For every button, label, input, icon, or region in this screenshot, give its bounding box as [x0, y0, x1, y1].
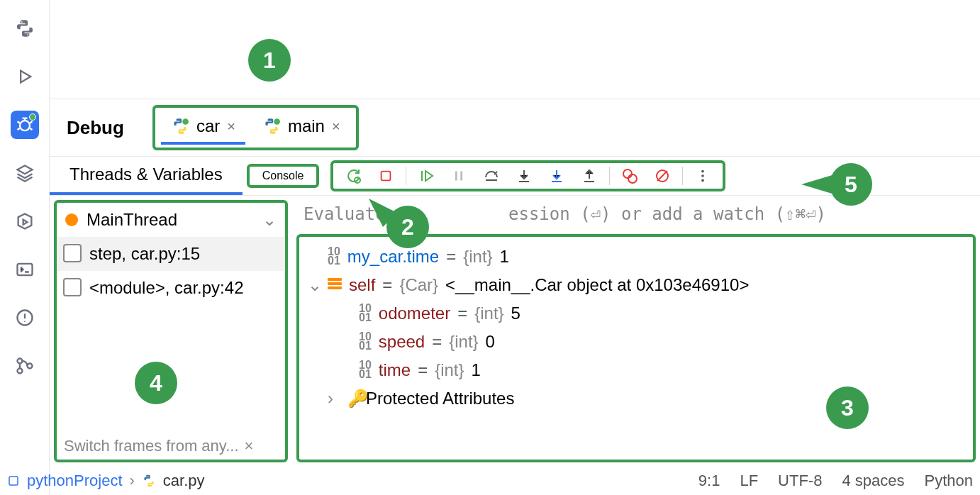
module-icon [7, 474, 20, 487]
callout-3: 3 [826, 386, 869, 429]
status-bar: pythonProject › car.py 9:1 LF UTF-8 4 sp… [0, 467, 980, 495]
chevron-right-icon[interactable]: › [328, 389, 340, 408]
step-into-my-code-button[interactable] [541, 162, 572, 189]
debug-title: Debug [67, 117, 124, 139]
object-icon [328, 278, 342, 292]
step-into-button[interactable] [508, 162, 540, 189]
svg-point-7 [274, 118, 280, 125]
svg-point-4 [17, 369, 22, 374]
thread-selector[interactable]: MainThread ⌄ [57, 203, 285, 237]
chevron-down-icon: ⌄ [262, 210, 277, 230]
run-icon[interactable] [11, 62, 39, 91]
thread-status-icon [65, 213, 78, 226]
run-tab-label: car [196, 116, 220, 136]
callout-1: 1 [248, 39, 291, 82]
python-file-icon [142, 474, 156, 488]
tab-threads-variables[interactable]: Threads & Variables [50, 157, 243, 195]
run-tab-main[interactable]: main × [252, 111, 350, 145]
frame-icon [65, 280, 81, 296]
tab-console[interactable]: Console [247, 164, 320, 188]
svg-point-14 [702, 174, 705, 177]
more-icon[interactable] [687, 162, 718, 189]
callout-5: 5 [830, 163, 872, 206]
python-file-icon [262, 117, 281, 135]
svg-point-0 [20, 121, 30, 130]
callout-4: 4 [135, 362, 177, 404]
svg-rect-16 [9, 477, 18, 485]
switch-frames-hint: Switch frames from any... × [64, 437, 278, 455]
int-icon: 1001 [359, 361, 372, 379]
svg-rect-1 [17, 264, 32, 275]
mute-breakpoints-button[interactable] [647, 162, 678, 189]
encoding[interactable]: UTF-8 [778, 472, 822, 490]
line-separator[interactable]: LF [740, 472, 758, 490]
key-icon: 🔑 [347, 389, 359, 408]
run-tab-car[interactable]: car × [161, 111, 245, 145]
frame-label: <module>, car.py:42 [89, 278, 243, 298]
debug-toolbar [330, 160, 725, 191]
run-configurations-tabs: car × main × [152, 105, 359, 150]
frame-row[interactable]: <module>, car.py:42 [57, 271, 285, 305]
services-icon[interactable] [11, 207, 39, 235]
layers-icon[interactable] [11, 159, 39, 187]
terminal-icon[interactable] [11, 255, 39, 284]
svg-point-13 [702, 170, 705, 173]
variable-row[interactable]: 1001 odometer = {int} 5 [308, 299, 964, 328]
int-icon: 1001 [359, 333, 372, 351]
resume-button[interactable] [411, 162, 442, 189]
frames-panel: MainThread ⌄ step, car.py:15 <module>, c… [54, 200, 288, 462]
rerun-button[interactable] [338, 162, 369, 189]
vcs-icon[interactable] [11, 352, 39, 380]
variables-panel: 1001 my_car.time = {int} 1 ⌄ self = {Car… [296, 234, 976, 462]
variable-row[interactable]: 1001 time = {int} 1 [308, 356, 964, 384]
close-hint-icon[interactable]: × [245, 437, 254, 455]
svg-point-11 [628, 174, 637, 183]
stop-button[interactable] [370, 162, 401, 189]
chevron-down-icon[interactable]: ⌄ [308, 275, 321, 295]
python-file-icon [171, 117, 189, 135]
svg-point-10 [623, 169, 632, 178]
problems-icon[interactable] [11, 304, 39, 332]
pause-button[interactable] [443, 162, 474, 189]
view-breakpoints-button[interactable] [614, 162, 645, 189]
int-icon: 1001 [359, 304, 372, 323]
svg-point-6 [182, 118, 189, 125]
step-over-button[interactable] [476, 162, 507, 189]
debug-icon[interactable] [11, 111, 39, 139]
frame-label: step, car.py:15 [89, 244, 200, 264]
int-icon: 1001 [328, 248, 340, 266]
indent[interactable]: 4 spaces [842, 472, 904, 490]
close-tab-icon[interactable]: × [332, 118, 340, 135]
python-icon[interactable] [11, 14, 39, 43]
run-tab-label: main [288, 116, 325, 136]
frame-icon [65, 246, 81, 262]
cursor-position[interactable]: 9:1 [698, 472, 720, 490]
thread-name: MainThread [87, 210, 177, 230]
variable-row[interactable]: 1001 speed = {int} 0 [308, 328, 964, 356]
interpreter[interactable]: Python [925, 472, 974, 490]
svg-point-15 [702, 179, 705, 182]
callout-2: 2 [386, 206, 429, 248]
step-out-button[interactable] [574, 162, 605, 189]
svg-rect-9 [382, 172, 391, 181]
frame-row[interactable]: step, car.py:15 [57, 237, 285, 271]
breadcrumb[interactable]: pythonProject › car.py [7, 472, 205, 490]
close-tab-icon[interactable]: × [227, 118, 235, 135]
variable-row[interactable]: ⌄ self = {Car} <__main__.Car object at 0… [308, 271, 964, 299]
